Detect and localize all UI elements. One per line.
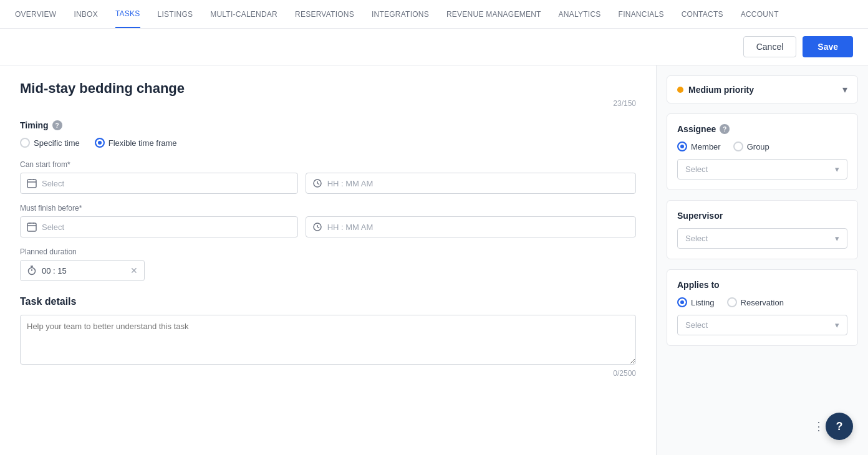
applies-listing-radio[interactable] bbox=[677, 297, 687, 307]
priority-text: Medium priority bbox=[688, 85, 754, 95]
supervisor-select-placeholder: Select bbox=[685, 234, 708, 243]
nav-analytics[interactable]: ANALYTICS bbox=[559, 1, 601, 27]
clear-duration-icon[interactable]: ✕ bbox=[130, 266, 138, 275]
assignee-member-option[interactable]: Member bbox=[677, 141, 721, 151]
applies-to-select-placeholder: Select bbox=[685, 320, 708, 330]
nav-listings[interactable]: LISTINGS bbox=[158, 1, 193, 27]
assignee-member-label: Member bbox=[691, 142, 721, 151]
task-details-label: Task details bbox=[20, 296, 636, 307]
applies-reservation-label: Reservation bbox=[741, 298, 784, 307]
timing-label: Timing ? bbox=[20, 120, 636, 130]
assignee-select-placeholder: Select bbox=[685, 165, 708, 174]
page-layout: Mid-stay bedding change 23/150 Timing ? … bbox=[0, 65, 868, 455]
timing-specific-radio[interactable] bbox=[20, 138, 30, 148]
assignee-member-radio[interactable] bbox=[677, 141, 687, 151]
supervisor-label: Supervisor bbox=[677, 211, 723, 221]
must-finish-date-placeholder: Select bbox=[42, 223, 64, 232]
assignee-label: Assignee bbox=[677, 124, 716, 134]
assignee-radio-row: Member Group bbox=[677, 141, 847, 151]
applies-to-label: Applies to bbox=[677, 280, 720, 290]
priority-card[interactable]: Medium priority ▾ bbox=[667, 75, 858, 103]
applies-to-select[interactable]: Select ▾ bbox=[677, 315, 847, 335]
can-start-time-placeholder: HH : MM AM bbox=[327, 179, 374, 188]
clock-icon-finish bbox=[312, 222, 322, 232]
nav-account[interactable]: ACCOUNT bbox=[741, 1, 779, 27]
timing-help-icon[interactable]: ? bbox=[52, 120, 62, 130]
applies-to-title: Applies to bbox=[677, 280, 847, 290]
supervisor-select-chevron: ▾ bbox=[835, 234, 839, 243]
task-title: Mid-stay bedding change bbox=[20, 80, 636, 97]
priority-label: Medium priority bbox=[677, 85, 754, 95]
svg-rect-0 bbox=[27, 180, 36, 188]
can-start-row: Select HH : MM AM bbox=[20, 173, 636, 194]
assignee-select[interactable]: Select ▾ bbox=[677, 159, 847, 180]
timing-text: Timing bbox=[20, 120, 49, 130]
nav-reservations[interactable]: RESERVATIONS bbox=[295, 1, 354, 27]
nav-multi-calendar[interactable]: MULTI-CALENDAR bbox=[210, 1, 277, 27]
save-button[interactable]: Save bbox=[803, 36, 853, 57]
can-start-date-placeholder: Select bbox=[42, 179, 64, 188]
applies-to-panel: Applies to Listing Reservation Select ▾ bbox=[667, 269, 858, 346]
applies-listing-label: Listing bbox=[691, 298, 715, 307]
timing-flexible-radio[interactable] bbox=[95, 138, 105, 148]
assignee-help-icon[interactable]: ? bbox=[720, 124, 730, 134]
assignee-title: Assignee ? bbox=[677, 124, 847, 134]
nav-financials[interactable]: FINANCIALS bbox=[619, 1, 664, 27]
calendar-icon bbox=[27, 178, 37, 188]
assignee-group-option[interactable]: Group bbox=[733, 141, 769, 151]
timing-specific-label: Specific time bbox=[34, 138, 80, 148]
timing-radio-group: Specific time Flexible time frame bbox=[20, 138, 636, 148]
nav-revenue-management[interactable]: REVENUE MANAGEMENT bbox=[446, 1, 541, 27]
more-options-icon[interactable]: ⋮ bbox=[813, 413, 824, 440]
svg-line-6 bbox=[317, 183, 319, 184]
task-details-textarea[interactable] bbox=[20, 315, 636, 365]
textarea-char-count: 0/2500 bbox=[20, 369, 636, 378]
top-nav: OVERVIEW INBOX TASKS LISTINGS MULTI-CALE… bbox=[0, 0, 868, 29]
nav-contacts[interactable]: CONTACTS bbox=[682, 1, 723, 27]
applies-reservation-option[interactable]: Reservation bbox=[727, 297, 784, 307]
svg-rect-7 bbox=[27, 223, 36, 231]
stopwatch-icon bbox=[27, 266, 37, 275]
assignee-panel: Assignee ? Member Group Select ▾ bbox=[667, 113, 858, 190]
assignee-group-radio[interactable] bbox=[733, 141, 743, 151]
must-finish-row: Select HH : MM AM bbox=[20, 216, 636, 237]
priority-dot bbox=[677, 87, 683, 93]
nav-integrations[interactable]: INTEGRATIONS bbox=[372, 1, 429, 27]
duration-input[interactable]: 00 : 15 ✕ bbox=[20, 260, 145, 281]
applies-reservation-radio[interactable] bbox=[727, 297, 737, 307]
nav-overview[interactable]: OVERVIEW bbox=[15, 1, 56, 27]
timing-flexible-label: Flexible time frame bbox=[109, 138, 177, 148]
cancel-button[interactable]: Cancel bbox=[743, 36, 797, 57]
must-finish-date[interactable]: Select bbox=[20, 216, 298, 237]
nav-inbox[interactable]: INBOX bbox=[74, 1, 98, 27]
can-start-label: Can start from* bbox=[20, 160, 636, 169]
timing-flexible-option[interactable]: Flexible time frame bbox=[95, 138, 177, 148]
must-finish-label: Must finish before* bbox=[20, 204, 636, 213]
supervisor-select[interactable]: Select ▾ bbox=[677, 228, 847, 249]
assignee-select-chevron: ▾ bbox=[835, 165, 839, 174]
clock-icon-start bbox=[312, 178, 322, 188]
duration-value: 00 : 15 bbox=[42, 266, 125, 275]
priority-chevron-icon: ▾ bbox=[842, 84, 847, 95]
applies-listing-option[interactable]: Listing bbox=[677, 297, 715, 307]
toolbar: Cancel Save bbox=[0, 29, 868, 65]
supervisor-title: Supervisor bbox=[677, 211, 847, 221]
applies-to-select-chevron: ▾ bbox=[835, 320, 839, 330]
planned-duration-label: Planned duration bbox=[20, 247, 636, 256]
can-start-time[interactable]: HH : MM AM bbox=[306, 173, 636, 194]
char-count: 23/150 bbox=[20, 99, 636, 108]
can-start-date[interactable]: Select bbox=[20, 173, 298, 194]
must-finish-time[interactable]: HH : MM AM bbox=[306, 216, 636, 237]
main-content: Mid-stay bedding change 23/150 Timing ? … bbox=[0, 65, 656, 455]
timing-specific-option[interactable]: Specific time bbox=[20, 138, 80, 148]
assignee-group-label: Group bbox=[747, 142, 769, 151]
help-fab-button[interactable]: ? bbox=[826, 413, 853, 440]
nav-tasks[interactable]: TASKS bbox=[115, 1, 140, 28]
sidebar: Medium priority ▾ Assignee ? Member Grou… bbox=[656, 65, 868, 455]
supervisor-panel: Supervisor Select ▾ bbox=[667, 200, 858, 259]
must-finish-time-placeholder: HH : MM AM bbox=[327, 223, 374, 232]
applies-to-radio-row: Listing Reservation bbox=[677, 297, 847, 307]
svg-line-13 bbox=[317, 227, 319, 228]
task-details-section: Task details 0/2500 bbox=[20, 296, 636, 378]
calendar-icon-finish bbox=[27, 222, 37, 232]
